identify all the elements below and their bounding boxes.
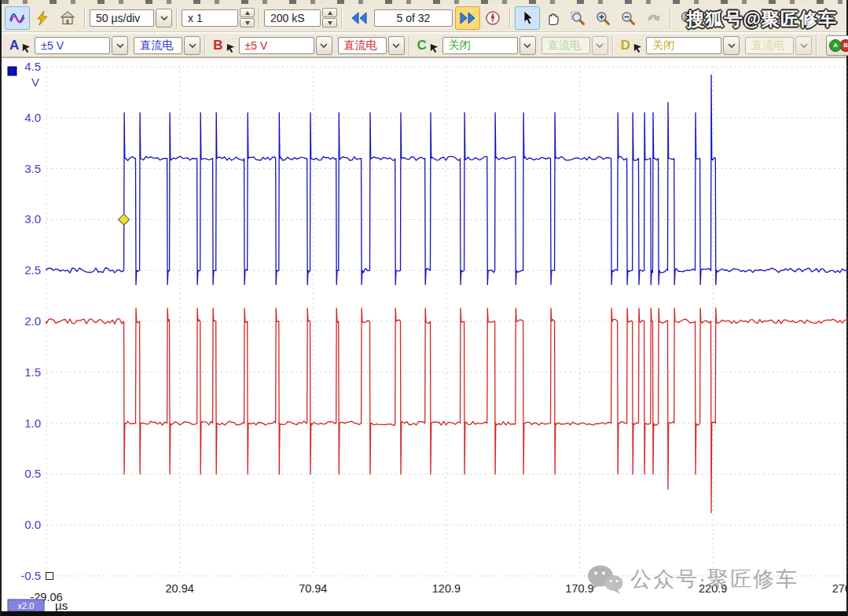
channel-a-coupling-select[interactable]: 直流电 bbox=[134, 36, 200, 55]
toolbar-separator bbox=[509, 8, 511, 28]
svg-text:-0.5: -0.5 bbox=[20, 569, 41, 582]
scope-canvas[interactable]: 4.54.03.53.02.52.01.51.00.50.0-0.5V-29.0… bbox=[2, 60, 848, 611]
zoom-window-tool-button[interactable] bbox=[565, 6, 590, 30]
chevron-down-icon bbox=[728, 42, 736, 49]
sample-count-stepper[interactable]: 200 kS bbox=[264, 8, 337, 28]
svg-text:3.5: 3.5 bbox=[24, 162, 41, 175]
bottom-watermark: 公众号·聚匠修车 bbox=[585, 563, 798, 596]
channel-a-coupling-value: 直流电 bbox=[140, 38, 173, 53]
channel-a-label: A bbox=[9, 38, 19, 53]
channel-a-group: A ±5 V 直流电 bbox=[6, 36, 200, 55]
channel-c-label: C bbox=[417, 38, 427, 53]
channel-offset-handle[interactable] bbox=[46, 573, 53, 580]
channel-d-coupling-value: 直流电 bbox=[751, 38, 784, 53]
spin-up-button[interactable] bbox=[240, 8, 255, 17]
channel-b-range-select[interactable]: ±5 V bbox=[239, 36, 332, 55]
chevron-down-icon bbox=[392, 42, 400, 49]
channel-c-range-value: 关闭 bbox=[449, 38, 471, 53]
channel-a-probe-icon[interactable] bbox=[21, 42, 31, 53]
svg-text:2.0: 2.0 bbox=[24, 314, 41, 328]
channel-b-range-dropdown-button[interactable] bbox=[316, 36, 332, 55]
hand-icon bbox=[545, 10, 560, 26]
svg-text:1.0: 1.0 bbox=[24, 416, 41, 430]
spin-down-button[interactable] bbox=[322, 18, 337, 28]
zoom-in-tool-button[interactable] bbox=[590, 6, 615, 30]
trigger-settings-button[interactable] bbox=[30, 6, 55, 30]
channel-a-range-dropdown-button[interactable] bbox=[112, 36, 128, 55]
channel-a-coupling-dropdown-button[interactable] bbox=[184, 36, 200, 55]
home-button[interactable] bbox=[55, 6, 80, 30]
chevron-down-icon bbox=[116, 42, 124, 49]
channel-d-range-dropdown-button[interactable] bbox=[723, 36, 740, 55]
timebase-dropdown-button[interactable] bbox=[156, 9, 172, 28]
zoom-out-tool-button[interactable] bbox=[615, 6, 641, 30]
channel-d-range-select[interactable]: 关闭 bbox=[646, 36, 740, 55]
zoom-in-icon bbox=[595, 10, 611, 26]
svg-text:V: V bbox=[31, 75, 39, 89]
channel-b-coupling-select[interactable]: 直流电 bbox=[338, 36, 405, 55]
channel-a-enabled-dot: A bbox=[829, 39, 842, 52]
channel-a-range-select[interactable]: ±5 V bbox=[35, 36, 128, 55]
scope-plot-area[interactable]: 4.54.03.53.02.52.01.51.00.50.0-0.5V-29.0… bbox=[2, 60, 846, 611]
channel-a-axis-handle[interactable] bbox=[8, 67, 17, 75]
channel-c-range-select[interactable]: 关闭 bbox=[442, 36, 536, 55]
toolbar-separator bbox=[670, 8, 671, 28]
chevron-down-icon bbox=[160, 15, 168, 21]
svg-text:2.5: 2.5 bbox=[24, 263, 41, 277]
undo-arrow-icon bbox=[645, 10, 661, 26]
channel-b-coupling-dropdown-button[interactable] bbox=[388, 36, 405, 55]
window-bottom-bar bbox=[2, 611, 846, 616]
lightning-bolt-icon bbox=[35, 10, 50, 26]
svg-text:1.5: 1.5 bbox=[24, 365, 41, 379]
trigger-marker-diamond[interactable] bbox=[119, 214, 130, 225]
x-axis-unit: µs bbox=[55, 599, 68, 611]
oscilloscope-window: 50 µs/div x 1 200 kS bbox=[0, 0, 848, 616]
svg-text:120.9: 120.9 bbox=[432, 582, 461, 595]
toolbar-separator bbox=[816, 35, 817, 56]
channel-d-probe-icon[interactable] bbox=[633, 42, 643, 53]
svg-text:3.0: 3.0 bbox=[24, 212, 41, 226]
undo-zoom-button[interactable] bbox=[641, 6, 666, 30]
zoom-factor-spinner[interactable] bbox=[240, 8, 255, 28]
channel-b-probe-icon[interactable] bbox=[226, 42, 236, 53]
home-icon bbox=[60, 10, 75, 26]
channel-d-coupling-dropdown-button bbox=[795, 36, 812, 55]
channel-d-group: D 关闭 直流电 bbox=[618, 36, 812, 55]
compass-icon bbox=[485, 10, 501, 26]
zoom-factor-stepper[interactable]: x 1 bbox=[182, 8, 255, 28]
buffer-position-field[interactable]: 5 of 32 bbox=[374, 9, 453, 27]
svg-text:20.94: 20.94 bbox=[166, 582, 194, 595]
channel-d-coupling-select: 直流电 bbox=[745, 36, 812, 55]
scope-view-button[interactable] bbox=[5, 6, 30, 30]
zoom-badge[interactable]: x2.0 bbox=[8, 600, 44, 611]
channel-b-range-value: ±5 V bbox=[245, 39, 268, 52]
bottom-watermark-text: 公众号·聚匠修车 bbox=[630, 565, 798, 593]
channel-ab-quick-button[interactable]: A B bbox=[826, 35, 848, 56]
zoom-factor-value[interactable]: x 1 bbox=[182, 9, 238, 27]
channel-c-probe-icon[interactable] bbox=[429, 42, 439, 53]
rewind-icon bbox=[351, 11, 368, 25]
svg-text:4.0: 4.0 bbox=[24, 111, 41, 124]
buffer-navigator-button[interactable] bbox=[480, 6, 505, 30]
channel-b-coupling-value: 直流电 bbox=[344, 38, 377, 53]
svg-text:270.9: 270.9 bbox=[832, 582, 848, 595]
spin-up-button[interactable] bbox=[322, 8, 337, 17]
sample-count-value[interactable]: 200 kS bbox=[264, 9, 321, 27]
toolbar-separator bbox=[341, 8, 343, 28]
marquee-zoom-icon bbox=[570, 10, 586, 26]
timebase-value[interactable]: 50 µs/div bbox=[90, 9, 154, 27]
timebase-select[interactable]: 50 µs/div bbox=[90, 9, 172, 28]
channel-toolbar: A ±5 V 直流电 B ±5 V bbox=[2, 33, 846, 58]
toolbar-separator bbox=[176, 8, 178, 28]
channel-d-label: D bbox=[621, 38, 630, 53]
svg-text:4.5: 4.5 bbox=[24, 60, 41, 73]
chevron-down-icon bbox=[596, 42, 604, 49]
spin-down-button[interactable] bbox=[240, 18, 255, 28]
channel-c-range-dropdown-button[interactable] bbox=[519, 36, 536, 55]
pointer-tool-button[interactable] bbox=[515, 6, 540, 30]
previous-buffer-button[interactable] bbox=[347, 6, 372, 30]
hand-tool-button[interactable] bbox=[540, 6, 565, 30]
trace-channel-B-CAN-low bbox=[46, 308, 848, 512]
sample-count-spinner[interactable] bbox=[322, 8, 337, 28]
next-buffer-button[interactable] bbox=[455, 6, 480, 30]
